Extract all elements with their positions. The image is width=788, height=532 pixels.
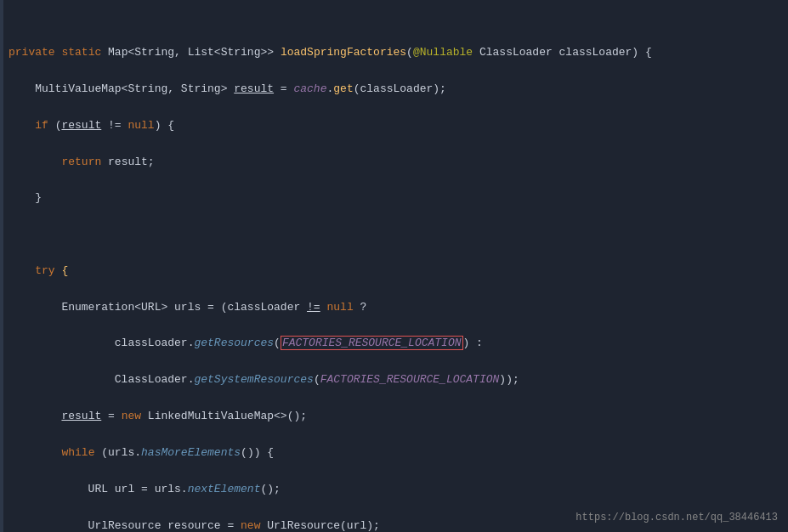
left-bar [0, 0, 3, 532]
code-line: private static Map<String, List<String>>… [0, 43, 788, 61]
code-line: MultiValueMap<String, String> result = c… [0, 80, 788, 98]
url-label: https://blog.csdn.net/qq_38446413 [575, 512, 778, 524]
code-line: Enumeration<URL> urls = (classLoader != … [0, 298, 788, 316]
code-line: classLoader.getResources(FACTORIES_RESOU… [0, 334, 788, 352]
code-line [0, 225, 788, 243]
code-line: try { [0, 262, 788, 280]
code-container: private static Map<String, List<String>>… [0, 0, 788, 532]
code-line: result = new LinkedMultiValueMap<>(); [0, 407, 788, 425]
code-line: while (urls.hasMoreElements()) { [0, 444, 788, 461]
code-line: return result; [0, 153, 788, 171]
code-line: if (result != null) { [0, 116, 788, 134]
code-line: ClassLoader.getSystemResources(FACTORIES… [0, 371, 788, 388]
code-line: URL url = urls.nextElement(); [0, 480, 788, 498]
code-line: } [0, 189, 788, 207]
